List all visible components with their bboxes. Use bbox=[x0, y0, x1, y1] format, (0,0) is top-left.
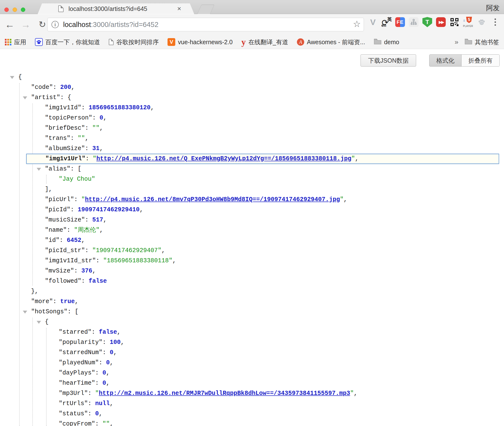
view-mode-segmented-control: 格式化 折叠所有 bbox=[429, 54, 500, 67]
reload-button[interactable]: ↻ bbox=[36, 18, 49, 31]
bookmark-label: 其他书签 bbox=[475, 38, 499, 46]
collapse-triangle-icon[interactable] bbox=[10, 76, 14, 79]
awesomes-icon: A bbox=[297, 38, 304, 46]
json-actions: 下载JSON数据 格式化 折叠所有 bbox=[361, 54, 500, 67]
fe-helper-icon[interactable]: FE bbox=[395, 17, 405, 27]
collapse-triangle-icon[interactable] bbox=[37, 321, 41, 324]
back-button[interactable]: ← bbox=[3, 18, 16, 31]
bookmark-label: demo bbox=[384, 39, 399, 46]
json-line-briefDesc: "briefDesc": "", bbox=[10, 123, 499, 133]
apps-grid-icon bbox=[5, 39, 11, 45]
json-line-picId_str: "picId_str": "19097417462929407", bbox=[10, 246, 499, 256]
json-line: { bbox=[10, 317, 499, 327]
bookmark-item-baidu[interactable]: 百度一下，你就知道 bbox=[35, 38, 100, 46]
youdao-icon: y bbox=[241, 38, 246, 46]
collapse-triangle-icon[interactable] bbox=[23, 311, 27, 314]
json-line-status: "status": 0, bbox=[10, 409, 499, 419]
video-downloader-icon[interactable]: ▶▶ bbox=[436, 17, 446, 27]
window-controls bbox=[4, 8, 25, 12]
bookmark-label: Awesomes - 前端资... bbox=[307, 38, 365, 46]
json-line-img1v1Id: "img1v1Id": 18569651883380120, bbox=[10, 103, 499, 113]
minimize-window-button[interactable] bbox=[13, 8, 17, 12]
collapse-triangle-icon[interactable] bbox=[37, 168, 41, 171]
browser-toolbar: ← → ↻ i localhost:3000/artists?id=6452 ☆… bbox=[0, 14, 504, 35]
json-line-copyFrom: "copyFrom": "", bbox=[10, 419, 499, 426]
page-icon bbox=[109, 39, 114, 45]
bookmark-label: 应用 bbox=[14, 38, 26, 46]
bookmark-item-vue[interactable]: Vvue-hackernews-2.0 bbox=[168, 38, 233, 46]
site-info-icon[interactable]: i bbox=[51, 21, 59, 28]
json-line-hotSongs: "hotSongs": [ bbox=[10, 307, 499, 317]
paw-icon[interactable] bbox=[476, 17, 487, 27]
bookmarks-overflow-chevron[interactable]: » bbox=[454, 38, 458, 46]
json-line-img1v1Url[interactable]: "img1v1Url": "http://p4.music.126.net/Q_… bbox=[26, 154, 499, 164]
bookmark-item-folder[interactable]: demo bbox=[374, 38, 399, 46]
json-line-popularity: "popularity": 100, bbox=[10, 337, 499, 348]
json-line-mp3Url: "mp3Url": "http://m2.music.126.net/RMJR7… bbox=[10, 388, 499, 399]
vue-devtools-icon[interactable]: V bbox=[368, 17, 378, 27]
other-bookmarks-folder[interactable]: 其他书签 bbox=[465, 38, 499, 46]
bookmark-label: vue-hackernews-2.0 bbox=[178, 39, 233, 46]
tab-close-icon[interactable]: × bbox=[177, 5, 181, 12]
html5-player-icon[interactable]: s5PLAYER bbox=[463, 17, 473, 27]
json-url-link[interactable]: http://p4.music.126.net/8mv7qP30Pd3oHW8b… bbox=[85, 196, 340, 203]
format-button[interactable]: 格式化 bbox=[429, 55, 461, 66]
close-window-button[interactable] bbox=[4, 8, 9, 12]
fullscreen-window-button[interactable] bbox=[21, 8, 25, 12]
browser-tab[interactable]: localhost:3000/artists?id=645 × bbox=[38, 3, 194, 14]
bookmark-label: 谷歌按时间排序 bbox=[116, 38, 159, 46]
vue-icon: V bbox=[168, 38, 175, 46]
bookmark-item-awesomes[interactable]: AAwesomes - 前端资... bbox=[297, 38, 365, 46]
json-line: "Jay Chou" bbox=[10, 174, 499, 184]
tab-title: localhost:3000/artists?id=645 bbox=[68, 5, 175, 12]
folder-icon bbox=[465, 38, 472, 46]
address-bar[interactable]: i localhost:3000/artists?id=6452 ☆ bbox=[47, 18, 364, 31]
new-tab-button[interactable] bbox=[197, 5, 214, 14]
json-line-code: "code": 200, bbox=[10, 82, 499, 93]
json-line: ], bbox=[10, 184, 499, 195]
json-line-alias: "alias": [ bbox=[10, 164, 499, 174]
json-line-starred: "starred": false, bbox=[10, 327, 499, 337]
json-url-link[interactable]: http://m2.music.126.net/RMJR7wDullRqppBk… bbox=[99, 390, 350, 397]
profile-name[interactable]: 阿发 bbox=[486, 3, 500, 13]
json-line-more: "more": true, bbox=[10, 297, 499, 307]
baidu-paw-icon bbox=[35, 38, 43, 46]
json-line-followed: "followed": false bbox=[10, 276, 499, 286]
browser-menu-icon[interactable] bbox=[490, 17, 501, 27]
qr-code-icon[interactable] bbox=[449, 17, 460, 27]
tampermonkey-icon[interactable]: T bbox=[422, 17, 433, 27]
page-favicon-icon bbox=[58, 5, 64, 12]
url-text: localhost:3000/artists?id=6452 bbox=[63, 21, 159, 29]
json-line-trans: "trans": "", bbox=[10, 133, 499, 144]
bookmark-label: 在线翻译_有道 bbox=[248, 38, 288, 46]
json-line-topicPerson: "topicPerson": 0, bbox=[10, 113, 499, 123]
forward-button[interactable]: → bbox=[19, 18, 32, 31]
json-line-mvSize: "mvSize": 376, bbox=[10, 266, 499, 276]
youdao-translate-icon[interactable]: ⟳英en bbox=[381, 17, 392, 27]
json-line-picUrl: "picUrl": "http://p4.music.126.net/8mv7q… bbox=[10, 195, 499, 205]
collapse-all-button[interactable]: 折叠所有 bbox=[461, 55, 499, 66]
tab-title-fade bbox=[158, 5, 175, 12]
json-line-rtUrls: "rtUrls": null, bbox=[10, 399, 499, 409]
json-line-name: "name": "周杰伦", bbox=[10, 225, 499, 235]
json-line: { bbox=[10, 72, 499, 82]
sitemap-icon[interactable] bbox=[408, 17, 419, 27]
json-url-link[interactable]: http://p4.music.126.net/Q_ExePNkmgB2yWyL… bbox=[96, 155, 351, 162]
json-tree: {"code": 200,"artist": {"img1v1Id": 1856… bbox=[10, 72, 499, 426]
json-line-dayPlays: "dayPlays": 0, bbox=[10, 368, 499, 378]
json-line: }, bbox=[10, 286, 499, 297]
title-bar: localhost:3000/artists?id=645 × 阿发 bbox=[0, 0, 504, 14]
bookmark-item-apps[interactable]: 应用 bbox=[5, 38, 26, 46]
folder-icon bbox=[374, 38, 381, 46]
bookmark-star-icon[interactable]: ☆ bbox=[353, 19, 361, 29]
extensions-row: V⟳英enFET▶▶s5PLAYER bbox=[368, 17, 501, 27]
page-content: 下载JSON数据 格式化 折叠所有 {"code": 200,"artist":… bbox=[0, 49, 504, 426]
bookmark-item-youdao[interactable]: y在线翻译_有道 bbox=[241, 38, 288, 46]
bookmarks-bar: 应用百度一下，你就知道谷歌按时间排序Vvue-hackernews-2.0y在线… bbox=[0, 35, 504, 49]
json-line-starredNum: "starredNum": 0, bbox=[10, 348, 499, 358]
bookmark-item-page[interactable]: 谷歌按时间排序 bbox=[109, 38, 159, 46]
download-json-button[interactable]: 下载JSON数据 bbox=[361, 54, 416, 67]
bookmark-label: 百度一下，你就知道 bbox=[45, 38, 100, 46]
json-line-playedNum: "playedNum": 0, bbox=[10, 358, 499, 368]
collapse-triangle-icon[interactable] bbox=[23, 96, 27, 99]
